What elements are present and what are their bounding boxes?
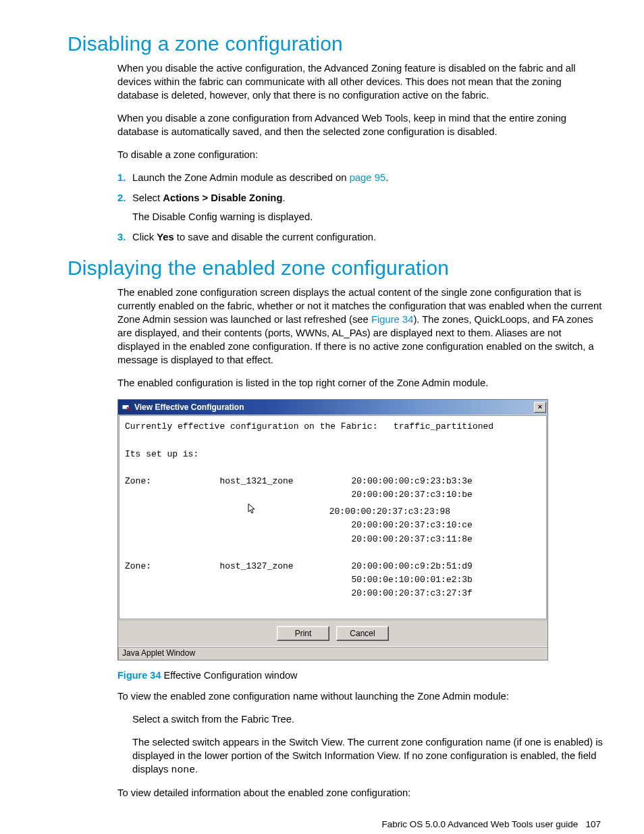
step-text: to save and disable the current configur…	[174, 232, 376, 242]
para: When you disable the active configuratio…	[117, 62, 603, 103]
step-text: .	[282, 192, 285, 203]
mono-text: none	[171, 764, 196, 775]
window-icon	[121, 402, 132, 413]
zone-member: 20:00:00:20:37:c3:10:be	[351, 490, 472, 500]
step-number: 3.	[117, 231, 126, 244]
step-text: Select	[132, 192, 163, 203]
window-body: Currently effective configuration on the…	[119, 415, 547, 619]
para: The enabled zone configuration screen di…	[117, 286, 603, 367]
steps-list: 1. Launch the Zone Admin module as descr…	[117, 172, 603, 244]
svg-rect-1	[122, 404, 129, 405]
para: To disable a zone configuration:	[117, 149, 603, 162]
step-bold: Actions > Disable Zoning	[163, 192, 282, 203]
zone-member: 20:00:00:20:37:c3:11:8e	[351, 534, 472, 544]
step-text: .	[385, 172, 388, 183]
zone-name: host_1327_zone	[219, 561, 293, 571]
step-text: Click	[132, 232, 157, 242]
zone-member: 50:00:0e:10:00:01:e2:3b	[351, 575, 472, 585]
cursor-icon	[248, 503, 257, 520]
figure-text: Effective Configuration window	[161, 670, 297, 681]
statusbar: Java Applet Window	[118, 646, 547, 660]
link-figure-34[interactable]: Figure 34	[371, 314, 414, 325]
step-2: 2. Select Actions > Disable Zoning. The …	[117, 192, 603, 224]
step-sub: The Disable Config warning is displayed.	[132, 211, 603, 224]
heading-disabling-zone: Disabling a zone configuration	[68, 32, 603, 55]
zone-member: 20:00:00:20:37:c3:27:3f	[351, 588, 472, 598]
print-button[interactable]: Print	[277, 626, 329, 641]
zone-member: 20:00:00:20:37:c3:23:98	[329, 506, 450, 517]
para: Select a switch from the Fabric Tree.	[132, 713, 603, 727]
para: When you disable a zone configuration fr…	[117, 112, 603, 139]
titlebar: View Effective Configuration ×	[118, 400, 547, 415]
close-button[interactable]: ×	[534, 402, 546, 413]
effective-config-window: View Effective Configuration × Currently…	[117, 399, 548, 660]
footer-text: Fabric OS 5.0.0 Advanced Web Tools user …	[382, 819, 579, 829]
step-number: 1.	[117, 172, 126, 185]
step-3: 3. Click Yes to save and disable the cur…	[117, 231, 603, 244]
zone-member: 20:00:00:00:c9:23:b3:3e	[351, 476, 472, 486]
step-1: 1. Launch the Zone Admin module as descr…	[117, 172, 603, 185]
config-line: Its set up is:	[125, 449, 198, 459]
zone-name: host_1321_zone	[219, 476, 293, 486]
page-footer: Fabric OS 5.0.0 Advanced Web Tools user …	[68, 819, 603, 829]
para: To view the enabled zone configuration n…	[117, 690, 603, 704]
para-text: The selected switch appears in the Switc…	[132, 737, 603, 775]
heading-displaying-enabled: Displaying the enabled zone configuratio…	[68, 257, 603, 280]
window-title: View Effective Configuration	[134, 402, 244, 412]
para-text: .	[195, 764, 198, 775]
para: The enabled configuration is listed in t…	[117, 377, 603, 390]
step-bold: Yes	[157, 232, 174, 242]
button-row: Print Cancel	[118, 620, 547, 646]
page-number: 107	[585, 819, 601, 829]
figure-label: Figure 34	[117, 670, 161, 681]
step-text: Launch the Zone Admin module as describe…	[132, 172, 350, 183]
link-page-95[interactable]: page 95	[350, 172, 386, 183]
config-line: Currently effective configuration on the…	[125, 421, 493, 432]
zone-label: Zone:	[125, 476, 151, 486]
zone-member: 20:00:00:00:c9:2b:51:d9	[351, 561, 472, 571]
step-number: 2.	[117, 192, 126, 205]
figure-caption: Figure 34 Effective Configuration window	[117, 670, 603, 681]
cancel-button[interactable]: Cancel	[336, 626, 389, 641]
zone-label: Zone:	[125, 561, 151, 571]
zone-member: 20:00:00:20:37:c3:10:ce	[351, 520, 472, 530]
para: To view detailed information about the e…	[117, 787, 603, 800]
para: The selected switch appears in the Switc…	[132, 736, 603, 777]
